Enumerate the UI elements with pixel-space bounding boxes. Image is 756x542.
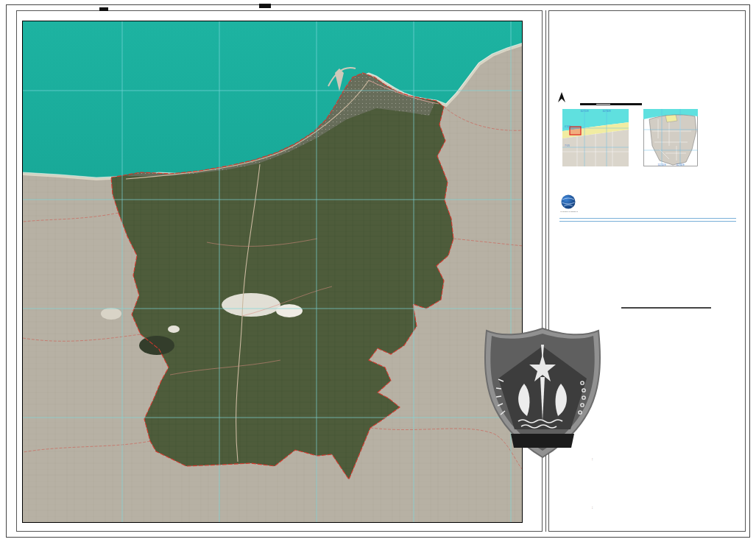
big-logo: BADAN INFORMASI GEOSPASIAL [560,194,578,215]
quarry-patch [276,304,303,317]
location-index-map: 112°15'E 112°30'E 6°50'S 7°0'S [562,109,629,166]
copyright-line [559,218,736,222]
svg-text:112°15'E: 112°15'E [580,110,588,113]
svg-text:112°20'E: 112°20'E [657,163,665,166]
colon: : [592,506,593,510]
cleared-patch [168,325,180,333]
svg-text:7°0'S: 7°0'S [565,144,570,147]
location-diagram-map: 112°20'E 112°30'E [643,109,698,166]
map-canvas [22,21,523,523]
panel-separator-line [545,10,546,532]
quarry-patch [222,293,280,317]
cleared-patch [101,308,121,320]
tk-table [621,307,711,309]
svg-text:BADAN INFORMASI GEOSPASIAL: BADAN INFORMASI GEOSPASIAL [560,211,578,212]
fold-mark [259,4,271,8]
scale-bar [580,98,650,107]
map-legend-panel: 112°15'E 112°30'E 6°50'S 7°0'S 112°20'E … [548,10,746,532]
fold-mark [99,7,108,11]
colon: : [592,457,593,461]
pond [139,336,174,355]
satellite-map [23,21,523,523]
svg-text:6°50'S: 6°50'S [565,125,570,128]
svg-text:112°30'E: 112°30'E [676,163,684,166]
north-arrow-icon [557,91,566,103]
svg-text:112°30'E: 112°30'E [602,110,610,113]
